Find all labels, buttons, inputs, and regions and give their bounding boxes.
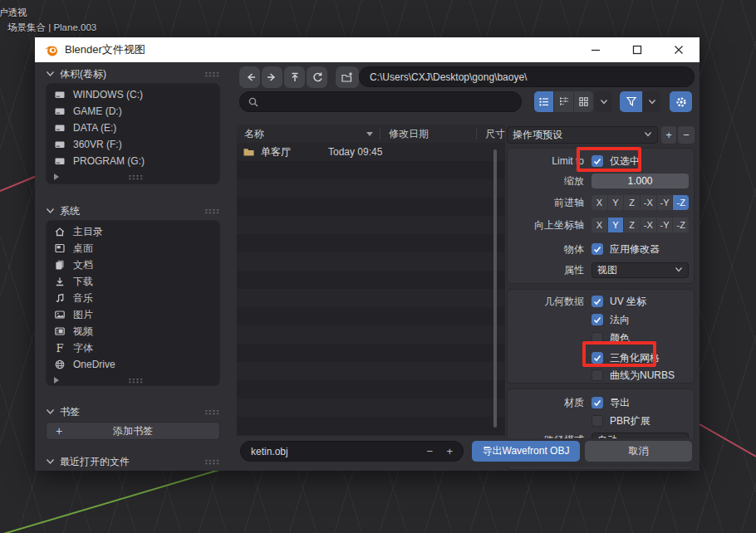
file-list-scrollbar[interactable] bbox=[493, 149, 497, 428]
dialog-titlebar[interactable]: Blender文件视图 bbox=[35, 37, 700, 62]
axis-button[interactable]: -Y bbox=[657, 218, 673, 232]
sidebar-section-system[interactable]: 系统 bbox=[46, 204, 220, 218]
objects-label: 物体 bbox=[511, 242, 592, 257]
file-list-header: 名称 修改日期 尺寸 bbox=[237, 125, 505, 143]
volume-item[interactable]: DATA (E:) bbox=[47, 120, 219, 136]
drive-icon bbox=[54, 139, 66, 150]
axis-button[interactable]: Z bbox=[624, 218, 640, 232]
maximize-button[interactable] bbox=[616, 37, 658, 62]
scale-label: 缩放 bbox=[511, 174, 592, 188]
sidebar-item-music[interactable]: 音乐 bbox=[47, 290, 219, 306]
axis-button[interactable]: -Z bbox=[673, 195, 689, 210]
operator-preset-dropdown[interactable]: 操作项预设 bbox=[507, 126, 658, 144]
panel-grip[interactable] bbox=[128, 378, 144, 384]
apply-modifiers-checkbox[interactable] bbox=[592, 243, 603, 255]
panel-grip[interactable] bbox=[204, 409, 220, 415]
file-row[interactable]: 单客厅 Today 09:45 bbox=[237, 143, 505, 161]
filename-increment-button[interactable]: + bbox=[446, 445, 453, 457]
parent-directory-button[interactable] bbox=[284, 66, 305, 88]
filter-button[interactable] bbox=[620, 91, 642, 112]
sidebar-item-downloads[interactable]: 下载 bbox=[47, 273, 219, 290]
volume-item[interactable]: PROGRAM (G:) bbox=[47, 153, 219, 169]
check-icon bbox=[593, 355, 601, 362]
sidebar-item-desktop[interactable]: 桌面 bbox=[47, 240, 219, 257]
refresh-button[interactable] bbox=[307, 66, 327, 88]
sidebar-item-fonts[interactable]: F 字体 bbox=[47, 340, 219, 356]
search-input[interactable] bbox=[239, 91, 522, 112]
filter-funnel-icon bbox=[626, 96, 637, 107]
scale-value-slider[interactable]: 1.000 bbox=[592, 174, 689, 188]
sidebar-item-home[interactable]: 主目录 bbox=[47, 223, 219, 240]
axis-button[interactable]: Z bbox=[624, 195, 640, 210]
cancel-button[interactable]: 取消 bbox=[585, 441, 692, 462]
triangulate-mesh-checkbox[interactable] bbox=[592, 352, 603, 364]
settings-button[interactable] bbox=[670, 91, 692, 112]
column-date[interactable]: 修改日期 bbox=[389, 127, 476, 141]
view-grid-button[interactable] bbox=[574, 91, 593, 112]
view-list-button[interactable] bbox=[534, 91, 553, 112]
new-folder-button[interactable] bbox=[336, 66, 359, 88]
sidebar-item-onedrive[interactable]: OneDrive bbox=[47, 356, 219, 373]
panel-grip[interactable] bbox=[204, 459, 220, 465]
volume-item[interactable]: 360VR (F:) bbox=[47, 136, 219, 153]
view-detail-button[interactable] bbox=[554, 91, 573, 112]
column-size[interactable]: 尺寸 bbox=[485, 127, 505, 141]
minimize-button[interactable] bbox=[575, 37, 616, 62]
sidebar-section-volumes[interactable]: 体积(卷标) bbox=[46, 67, 220, 81]
forward-button[interactable] bbox=[262, 66, 282, 88]
selected-only-checkbox[interactable] bbox=[592, 155, 603, 167]
axis-button[interactable]: Y bbox=[608, 195, 624, 210]
sidebar-item-documents[interactable]: 文档 bbox=[47, 257, 219, 273]
add-bookmark-button[interactable]: + 添加书签 bbox=[46, 422, 220, 440]
sidebar-section-recent[interactable]: 最近打开的文件 bbox=[46, 455, 220, 468]
pbr-extension-checkbox[interactable] bbox=[592, 415, 603, 427]
close-button[interactable] bbox=[658, 37, 700, 62]
export-obj-button[interactable]: 导出Wavefront OBJ bbox=[472, 441, 580, 462]
axis-button[interactable]: X bbox=[592, 218, 607, 232]
sidebar-item-pictures[interactable]: 图片 bbox=[47, 306, 219, 323]
properties-label: 属性 bbox=[511, 263, 592, 277]
expand-arrow-icon[interactable] bbox=[54, 377, 59, 384]
uv-coords-checkbox[interactable] bbox=[592, 296, 603, 307]
back-button[interactable] bbox=[239, 66, 260, 88]
properties-dropdown[interactable]: 视图 bbox=[592, 262, 689, 278]
expand-arrow-icon[interactable] bbox=[54, 174, 59, 180]
filter-options-dropdown[interactable] bbox=[643, 91, 660, 112]
colors-checkbox[interactable] bbox=[592, 332, 603, 344]
volume-item[interactable]: GAME (D:) bbox=[47, 103, 219, 120]
path-input[interactable]: C:\Users\CXJ\Desktop\gong\baoye\ bbox=[359, 66, 695, 87]
sidebar-section-bookmarks[interactable]: 书签 bbox=[46, 405, 220, 418]
filename-decrement-button[interactable]: − bbox=[426, 445, 433, 457]
axis-button[interactable]: -Z bbox=[673, 218, 689, 232]
axis-button[interactable]: -X bbox=[641, 218, 656, 232]
check-icon bbox=[593, 158, 601, 165]
chevron-down-icon bbox=[644, 131, 652, 138]
axis-button[interactable]: -X bbox=[641, 195, 656, 210]
preset-remove-button[interactable]: − bbox=[678, 126, 695, 144]
axis-button[interactable]: Y bbox=[608, 218, 624, 232]
sidebar-item-videos[interactable]: 视频 bbox=[47, 323, 219, 340]
panel-grip[interactable] bbox=[204, 208, 220, 214]
new-folder-icon bbox=[341, 71, 354, 84]
chevron-down-icon bbox=[46, 70, 55, 78]
search-icon bbox=[248, 96, 259, 108]
home-icon bbox=[54, 226, 66, 237]
material-label: 材质 bbox=[511, 396, 592, 410]
volume-item[interactable]: WINDOWS (C:) bbox=[47, 86, 219, 103]
panel-grip[interactable] bbox=[128, 174, 144, 180]
filename-input[interactable]: ketin.obj − + bbox=[240, 441, 464, 462]
export-materials-checkbox[interactable] bbox=[592, 397, 603, 408]
view-options-dropdown[interactable] bbox=[595, 91, 612, 112]
axis-button[interactable]: X bbox=[592, 195, 607, 210]
check-icon bbox=[593, 246, 601, 253]
normals-checkbox[interactable] bbox=[592, 314, 603, 325]
folder-icon bbox=[243, 146, 255, 158]
preset-add-button[interactable]: + bbox=[661, 126, 676, 144]
axis-button[interactable]: -Y bbox=[657, 195, 673, 210]
transform-options-panel: Limit to 仅选中 缩放 1.000 前进轴 X Y Z -X -Y bbox=[507, 148, 695, 284]
plus-icon: + bbox=[47, 424, 71, 438]
sort-descending-icon[interactable] bbox=[366, 132, 373, 136]
curves-as-nurbs-checkbox[interactable] bbox=[592, 369, 603, 381]
column-name[interactable]: 名称 bbox=[244, 127, 264, 141]
panel-grip[interactable] bbox=[204, 71, 220, 77]
